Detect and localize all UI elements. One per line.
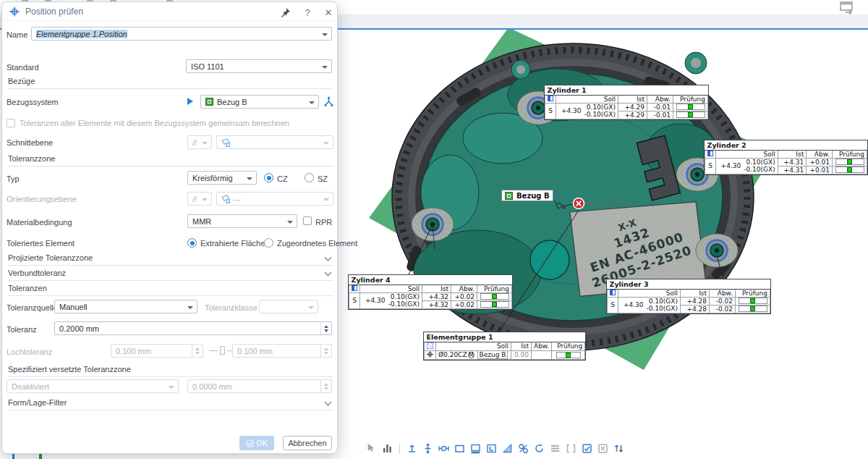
expand-arrow-icon[interactable]	[187, 98, 193, 105]
actual-value: +4.32	[422, 292, 451, 300]
tolerance-source-select[interactable]: Manuell	[54, 300, 197, 313]
schnittebene-select[interactable]	[216, 135, 333, 149]
pass-indicator	[676, 111, 705, 118]
base-plane-icon[interactable]	[469, 442, 482, 455]
actual-value: +4.32	[422, 300, 451, 308]
zugeordnetes-element-radio[interactable]	[264, 238, 273, 248]
checkbox-checked-icon[interactable]	[581, 442, 593, 455]
runout-icon[interactable]	[533, 442, 545, 455]
actual-value: +4.28	[681, 305, 710, 313]
result-table-zylinder-2[interactable]: Zylinder 2 Soll Ist Abw. Prüfung S +4.30…	[704, 140, 868, 175]
col-soll: Soll	[556, 95, 618, 103]
zone-type-select[interactable]: Kreisförmig	[187, 171, 257, 185]
collapsible-form-lage-filter[interactable]: Form/Lage-Filter	[8, 398, 333, 410]
deviation-value: +0.01	[807, 166, 833, 174]
checkbox-cross-icon[interactable]	[597, 442, 609, 455]
result-table-zylinder-1[interactable]: Zylinder 1 Soll Ist Abw. Prüfung S +4.30…	[544, 85, 709, 120]
sz-radio[interactable]	[305, 173, 314, 182]
datum-label-bezug-b[interactable]: Bezug B	[501, 190, 553, 201]
tolerance-upper: 0.10(GX)	[649, 298, 678, 305]
standard-label: Standard	[7, 63, 39, 72]
result-table-zylinder-3[interactable]: Zylinder 3 Soll Ist Abw. Prüfung S +4.30…	[606, 279, 771, 314]
close-icon[interactable]: ✕	[323, 7, 334, 18]
tolerance-class-select[interactable]	[259, 300, 318, 313]
group-tolerance-checkbox[interactable]	[7, 119, 15, 127]
col-soll: Soll	[716, 150, 778, 158]
rpr-label: RPR	[315, 218, 332, 227]
rectangle-icon[interactable]	[454, 442, 466, 455]
width-icon[interactable]	[438, 442, 450, 455]
dialog-title: Position prüfen	[25, 7, 83, 17]
actual-value: +4.31	[778, 166, 807, 174]
offset-zone-value-input[interactable]: 0.0000 mm	[187, 379, 332, 393]
rows-icon[interactable]	[549, 442, 561, 455]
col-pruefung: Prüfung	[477, 285, 512, 292]
renumber-icon[interactable]	[613, 442, 625, 455]
material-condition-select[interactable]: MMR	[187, 214, 297, 228]
datum-axis-icon[interactable]	[406, 442, 418, 455]
alignment-tree-icon[interactable]	[323, 96, 334, 107]
column-key-icon	[352, 285, 357, 291]
tree-item-fragment	[12, 454, 14, 459]
orientation-mode-select[interactable]: //	[187, 192, 212, 206]
tree-item-fragment	[39, 453, 42, 459]
pass-indicator	[676, 104, 705, 110]
triangle-hatch-icon[interactable]	[501, 442, 514, 455]
standard-select[interactable]: ISO 1101	[186, 59, 332, 73]
result-table-elementgruppe-1[interactable]: Elementgruppe 1 Soll Ist Abw. Prüfung Ø0…	[423, 332, 586, 361]
link-circles-icon[interactable]	[517, 442, 529, 455]
orientation-plane-select[interactable]: ---	[216, 192, 333, 206]
row-key: S	[545, 103, 556, 119]
col-ist: Ist	[681, 289, 710, 297]
bezugssystem-select[interactable]: Bezug B	[200, 95, 319, 109]
hole-tolerance-min-input[interactable]: 0.100 mm	[111, 344, 203, 358]
table-title: Zylinder 4	[349, 275, 512, 285]
section-toleranzzone: Toleranzzone	[8, 154, 333, 167]
name-input[interactable]: Elementgruppe 1.Position	[31, 27, 332, 41]
offset-zone-mode: Deaktiviert	[12, 382, 49, 391]
col-soll: Soll	[618, 289, 681, 297]
typ-label: Typ	[7, 174, 20, 183]
col-pruefung: Prüfung	[736, 289, 770, 297]
offset-zone-mode-select[interactable]: Deaktiviert	[7, 379, 179, 393]
brackets-icon[interactable]	[565, 442, 577, 455]
detach-view-icon[interactable]	[839, 1, 855, 14]
column-key-icon	[707, 151, 713, 156]
error-marker-icon[interactable]	[574, 198, 584, 209]
pin-icon[interactable]	[280, 7, 292, 18]
datum-icon	[505, 192, 513, 200]
mmr-symbol: M	[468, 352, 475, 358]
help-icon[interactable]: ?	[302, 7, 313, 18]
result-table-zylinder-4[interactable]: Zylinder 4 Soll Ist Abw. Prüfung S +4.30…	[348, 274, 513, 310]
deviation-value: -0.01	[647, 103, 673, 111]
cz-radio[interactable]	[264, 173, 273, 182]
nominal-value: +4.30	[624, 301, 644, 308]
hole-tolerance-max-input[interactable]: 0.100 mm	[232, 344, 332, 358]
deviation-value: -0.02	[710, 297, 736, 305]
section-toleranzen: Toleranzen	[8, 284, 333, 296]
hole-zylinder-3[interactable]	[696, 234, 738, 267]
schnittebene-mode-select[interactable]: //	[187, 135, 212, 149]
nominal-value: +4.30	[721, 162, 741, 169]
bezugssystem-marker-label: Bezugssystem	[587, 201, 634, 209]
collapsible-verbundtoleranz[interactable]: Verbundtoleranz	[8, 269, 333, 281]
pass-indicator	[835, 167, 864, 173]
tolerance-upper: 0.10(GX)	[391, 293, 420, 300]
ok-button[interactable]: OK	[239, 436, 274, 450]
collapsible-projizierte[interactable]: Projizierte Toleranzzone	[8, 253, 333, 266]
extrahierte-flaeche-radio[interactable]	[187, 238, 197, 248]
rpr-checkbox[interactable]	[303, 216, 312, 225]
histogram-icon[interactable]	[381, 442, 393, 455]
l-bracket-icon[interactable]	[485, 442, 498, 455]
extrahierte-flaeche-label: Extrahierte Fläche	[200, 239, 265, 248]
toolbar-separator	[399, 444, 400, 454]
select-icon[interactable]	[365, 442, 378, 455]
position-tolerance-icon	[9, 7, 20, 17]
position-arrows-icon[interactable]	[422, 442, 434, 455]
tolerance-value-input[interactable]: 0.2000 mm	[54, 321, 332, 335]
name-value: Elementgruppe 1.Position	[36, 30, 127, 38]
group-ist-value: 0.00	[511, 350, 532, 359]
cancel-button[interactable]: Abbrechen	[283, 436, 332, 450]
actual-value: +4.29	[618, 103, 647, 111]
material-value: MMR	[192, 217, 211, 226]
